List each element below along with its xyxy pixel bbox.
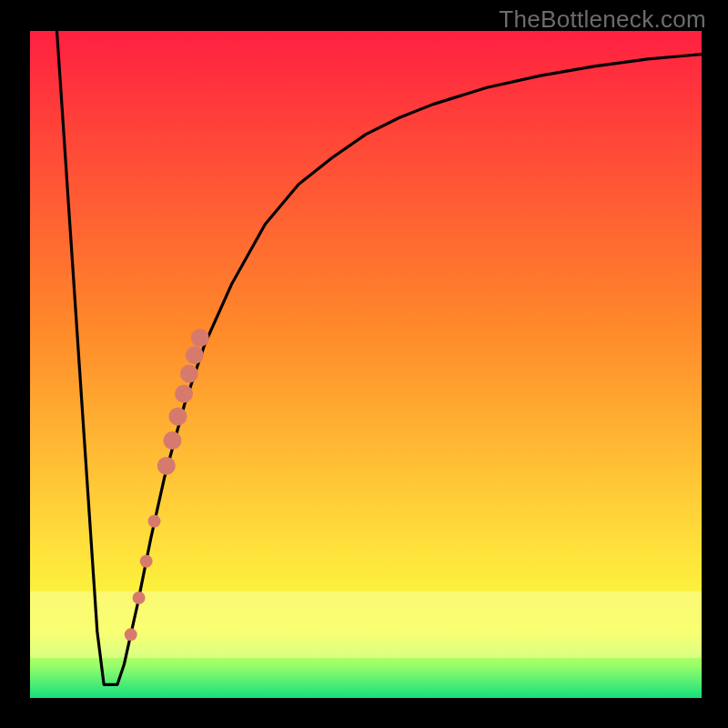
data-point	[140, 555, 153, 568]
chart-frame: TheBottleneck.com	[0, 0, 728, 728]
data-point	[125, 628, 137, 641]
data-point	[157, 457, 176, 475]
data-point	[163, 431, 181, 450]
border-left	[0, 0, 30, 728]
data-point	[168, 408, 187, 426]
yellow-band	[30, 592, 702, 658]
border-bottom	[0, 698, 728, 728]
data-point	[191, 329, 209, 347]
data-point	[148, 515, 161, 528]
watermark-text: TheBottleneck.com	[499, 5, 706, 34]
data-point	[180, 365, 198, 383]
data-point	[175, 385, 193, 403]
chart-svg	[0, 0, 728, 728]
data-point	[133, 592, 146, 604]
border-right	[702, 0, 728, 728]
plot-area	[30, 31, 702, 698]
data-point	[186, 346, 204, 364]
